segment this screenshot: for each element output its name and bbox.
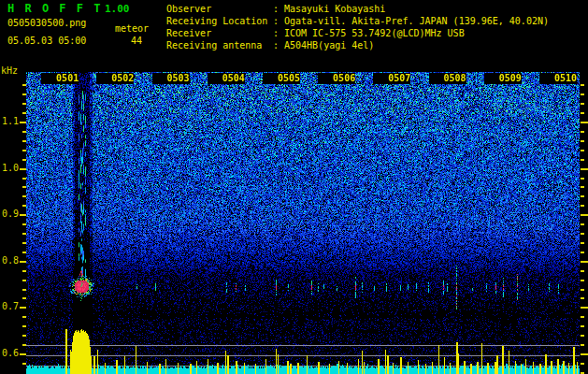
output-filename: 0505030500.png <box>7 18 86 28</box>
freq-tick-left <box>22 131 26 133</box>
freq-tick-left <box>22 195 26 197</box>
freq-tick-right <box>581 307 588 309</box>
station-row-label: Observer <box>166 3 273 15</box>
freq-tick-right <box>581 325 584 327</box>
station-row-separator: : <box>273 27 284 39</box>
freq-tick-left <box>22 242 26 244</box>
time-label: 0509 <box>484 73 522 84</box>
freq-tick-right <box>581 178 584 180</box>
freq-tick-right <box>581 140 584 142</box>
mode-label: meteor <box>115 23 149 34</box>
station-info: Observer:Masayuki KobayashiReceiving Loc… <box>166 3 549 51</box>
station-row-label: Receiving Location <box>166 15 273 27</box>
time-label: 0507 <box>373 73 410 84</box>
freq-tick-right <box>581 280 584 281</box>
freq-tick-left <box>20 122 26 123</box>
freq-tick-right <box>581 150 584 151</box>
freq-tick-label: 0.8 <box>0 255 19 266</box>
freq-tick-label: 1.0 <box>0 163 19 174</box>
freq-tick-left <box>22 103 26 105</box>
app-title: H R O F F T <box>7 2 102 15</box>
time-label: 0502 <box>96 73 134 84</box>
time-label: 0505 <box>263 73 300 84</box>
station-row: Observer:Masayuki Kobayashi <box>166 3 549 15</box>
time-label: 0506 <box>318 73 355 84</box>
station-row: Receiver:ICOM IC-575 53.7492(@LCD)MHz US… <box>166 27 549 39</box>
freq-tick-left <box>22 344 26 346</box>
freq-tick-left <box>22 252 26 253</box>
freq-tick-label: 0.6 <box>0 348 19 359</box>
time-label: 0503 <box>152 73 190 84</box>
freq-tick-right <box>581 122 588 123</box>
freq-tick-right <box>581 335 584 337</box>
freq-tick-label: 0.9 <box>0 209 19 220</box>
freq-tick-right <box>581 186 584 188</box>
freq-tick-left <box>22 270 26 272</box>
app-version: 1.00 <box>105 3 130 15</box>
freq-tick-left <box>22 94 26 95</box>
freq-tick-right <box>581 289 584 291</box>
freq-tick-left <box>22 150 26 151</box>
freq-tick-left <box>22 178 26 180</box>
hrofft-screen: H R O F F T 1.00 0505030500.png meteor 0… <box>0 0 588 374</box>
station-row-label: Receiving antenna <box>166 39 273 51</box>
station-row-separator: : <box>273 39 284 51</box>
freq-tick-right <box>581 316 584 318</box>
freq-tick-left <box>20 214 26 216</box>
freq-tick-right <box>581 297 584 299</box>
freq-tick-right <box>581 252 584 253</box>
freq-tick-left <box>22 223 26 225</box>
freq-tick-left <box>22 363 26 365</box>
freq-tick-left <box>22 316 26 318</box>
time-label: 0504 <box>208 73 245 84</box>
freq-tick-right <box>581 94 584 95</box>
freq-tick-label: 0.7 <box>0 301 19 312</box>
freq-tick-left <box>22 112 26 114</box>
freq-tick-left <box>22 335 26 337</box>
freq-tick-left <box>22 280 26 281</box>
freq-tick-right <box>581 131 584 133</box>
station-row-value: A504HB(yagi 4el) <box>284 39 374 51</box>
time-label: 0501 <box>41 73 79 84</box>
freq-tick-right <box>581 344 584 346</box>
freq-tick-left <box>20 353 26 355</box>
freq-tick-left <box>20 307 26 309</box>
freq-tick-left <box>22 186 26 188</box>
freq-tick-right <box>581 205 584 207</box>
freq-axis-unit: kHz <box>1 65 18 76</box>
freq-tick-right <box>581 270 584 272</box>
freq-tick-right <box>581 353 588 355</box>
freq-tick-left <box>22 289 26 291</box>
freq-tick-left <box>22 159 26 161</box>
freq-tick-right <box>581 223 584 225</box>
station-row-value: Masayuki Kobayashi <box>284 3 385 15</box>
freq-tick-left <box>22 84 26 86</box>
freq-tick-right <box>581 112 584 114</box>
freq-tick-right <box>581 233 584 235</box>
station-row: Receiving Location:Ogata-vill. Akita-Pre… <box>166 15 549 27</box>
station-row-label: Receiver <box>166 27 273 39</box>
datetime-label: 05.05.03 05:00 <box>7 36 86 46</box>
station-row-separator: : <box>273 15 284 27</box>
time-label: 0510 <box>539 73 577 84</box>
station-row: Receiving antenna:A504HB(yagi 4el) <box>166 39 549 51</box>
time-label: 0508 <box>429 73 466 84</box>
station-row-separator: : <box>273 3 284 15</box>
station-row-value: ICOM IC-575 53.7492(@LCD)MHz USB <box>284 27 465 39</box>
freq-tick-right <box>581 242 584 244</box>
freq-tick-left <box>22 233 26 235</box>
freq-tick-right <box>581 214 588 216</box>
freq-tick-right <box>581 159 584 161</box>
freq-tick-left <box>22 205 26 207</box>
freq-tick-right <box>581 195 584 197</box>
freq-tick-right <box>581 363 584 365</box>
freq-tick-left <box>20 168 26 170</box>
freq-tick-left <box>22 325 26 327</box>
freq-tick-right <box>581 261 588 263</box>
freq-tick-left <box>22 140 26 142</box>
echo-count: 44 <box>123 36 142 46</box>
freq-tick-left <box>20 261 26 263</box>
freq-tick-right <box>581 84 584 86</box>
freq-tick-right <box>581 103 584 105</box>
station-row-value: Ogata-vill. Akita-Pref. JAPAN (139.96E, … <box>284 15 549 27</box>
